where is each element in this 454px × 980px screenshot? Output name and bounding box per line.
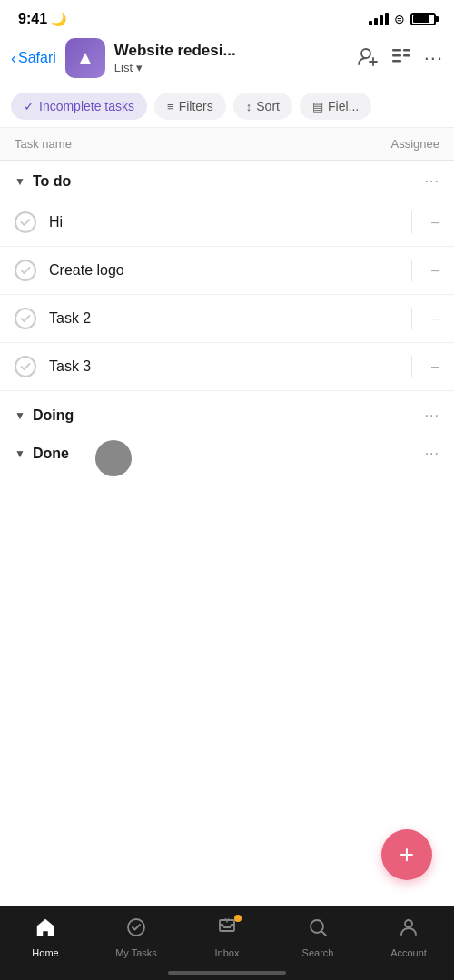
nav-actions: ··· [357,46,443,71]
doing-more-icon[interactable]: ··· [425,407,439,424]
my-tasks-icon [125,916,147,944]
filter-bar: ✓ Incomplete tasks ≡ Filters ↕ Sort ▤ Fi… [0,85,454,128]
add-user-icon[interactable] [357,46,379,71]
add-icon: + [400,842,414,867]
app-icon: ▲ [65,38,105,78]
status-icons: ⊜ [369,12,436,26]
tab-home[interactable]: Home [0,906,91,962]
drag-indicator [95,440,132,476]
chevron-down-icon: ▾ [136,61,143,74]
tab-search[interactable]: Search [272,906,363,962]
nav-title-block: Website redesi... List ▾ [114,42,348,74]
svg-rect-5 [392,60,401,63]
section-done-title: Done [33,446,425,462]
section-done-header: ▼ Done ··· [0,433,454,471]
nav-bar: ‹ Safari ▲ Website redesi... List ▾ [0,33,454,85]
home-icon [35,916,56,944]
task-name-column-header: Task name [15,137,367,151]
fields-icon: ▤ [312,100,323,113]
battery-icon [410,13,436,25]
doing-chevron-icon[interactable]: ▼ [15,409,25,422]
moon-icon: 🌙 [51,12,66,26]
status-bar: 9:41 🌙 ⊜ [0,0,454,33]
list-view-icon[interactable] [391,47,411,70]
svg-rect-4 [392,54,401,57]
check-circle-icon: ✓ [24,99,35,113]
view-type[interactable]: List ▾ [114,61,348,74]
incomplete-tasks-filter[interactable]: ✓ Incomplete tasks [11,93,147,120]
task-check-task3[interactable] [15,356,36,377]
task-check-task2[interactable] [15,308,36,329]
inbox-icon [216,916,238,944]
task-assignee-task2: – [412,310,439,327]
todo-more-icon[interactable]: ··· [425,173,439,190]
section-doing-title: Doing [33,407,425,424]
back-label: Safari [18,50,56,66]
incomplete-tasks-label: Incomplete tasks [39,99,134,113]
done-chevron-icon[interactable]: ▼ [15,447,25,460]
table-row: Task 3 – [0,343,454,391]
table-header: Task name Assignee [0,128,454,161]
task-name-hi: Hi [49,214,411,230]
todo-chevron-icon[interactable]: ▼ [15,175,25,188]
tab-account[interactable]: Account [363,906,454,962]
back-chevron-icon: ‹ [11,49,16,68]
sort-label: Sort [256,99,280,113]
task-name-task3: Task 3 [49,358,411,375]
account-icon [398,916,419,944]
account-tab-label: Account [390,947,427,958]
search-tab-label: Search [302,947,334,958]
more-options-icon[interactable]: ··· [424,46,443,70]
filter-icon: ≡ [167,100,174,113]
add-task-button[interactable]: + [381,829,432,880]
fields-label: Fiel... [328,99,359,113]
section-todo-title: To do [33,173,425,190]
task-list: ▼ To do ··· Hi – Create logo – Task 2 – … [0,161,454,471]
page-title: Website redesi... [114,42,348,60]
section-doing-header: ▼ Doing ··· [0,395,454,433]
fields-chip[interactable]: ▤ Fiel... [300,93,371,120]
app-icon-symbol: ▲ [75,46,95,70]
my-tasks-tab-label: My Tasks [115,947,157,958]
back-button[interactable]: ‹ Safari [11,49,56,68]
svg-point-10 [405,920,412,927]
signal-bars [369,13,389,25]
task-check-create-logo[interactable] [15,260,36,281]
tab-inbox[interactable]: Inbox [182,906,272,962]
assignee-column-header: Assignee [367,137,439,151]
search-icon [307,916,329,944]
tab-bar: Home My Tasks Inbox Search Account [0,906,454,980]
table-row: Hi – [0,199,454,247]
task-assignee-task3: – [412,358,439,375]
home-indicator [168,971,286,975]
task-assignee-create-logo: – [412,262,439,279]
table-row: Create logo – [0,247,454,295]
tab-my-tasks[interactable]: My Tasks [91,906,182,962]
task-name-task2: Task 2 [49,310,411,327]
svg-rect-3 [392,49,401,52]
task-name-create-logo: Create logo [49,262,411,279]
table-row: Task 2 – [0,295,454,343]
sort-chip[interactable]: ↕ Sort [233,93,292,120]
filters-label: Filters [179,99,213,113]
svg-rect-6 [403,49,410,52]
svg-rect-7 [403,54,410,57]
inbox-tab-label: Inbox [215,947,240,958]
wifi-icon: ⊜ [394,12,405,26]
sort-icon: ↕ [246,100,252,113]
task-assignee-hi: – [412,214,439,230]
task-check-hi[interactable] [15,211,36,233]
home-tab-label: Home [32,947,58,958]
filters-chip[interactable]: ≡ Filters [154,93,226,120]
svg-point-0 [361,49,370,58]
section-todo-header: ▼ To do ··· [0,161,454,199]
done-more-icon[interactable]: ··· [425,446,439,462]
inbox-notification-dot [234,915,242,922]
status-time: 9:41 [18,11,47,27]
